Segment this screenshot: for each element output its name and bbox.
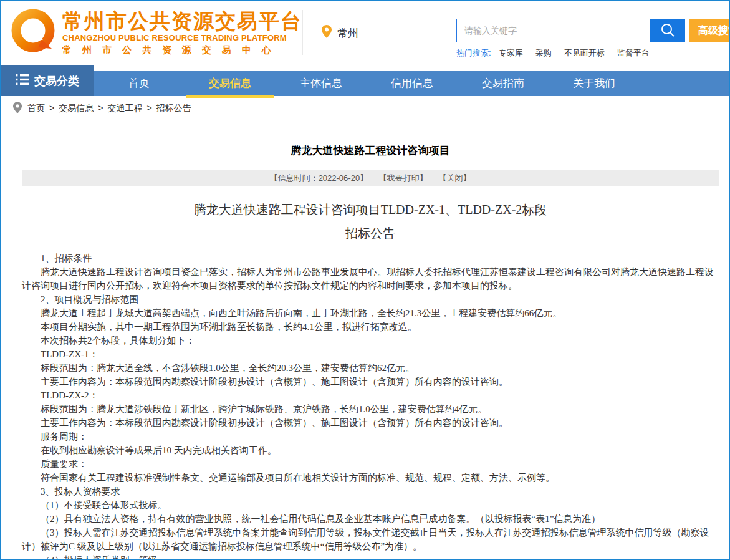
main-nav: 首页交易信息主体信息信用信息交易指南关于我们 (1, 71, 729, 96)
list-icon (16, 74, 29, 88)
hot-search-label: 热门搜索: (456, 47, 491, 59)
nav-item[interactable]: 首页 (94, 71, 185, 96)
article-paragraph: （3）投标人需在江苏交通招投标信息管理系统中备案并能查询到信用等级，投标文件递交… (22, 526, 719, 553)
city-label: 常州 (337, 26, 358, 41)
breadcrumb-item: 招标公告 (156, 103, 191, 113)
hot-search-links: 专家库采购不见面开标监督平台 (499, 47, 662, 59)
close-link[interactable]: 【关闭】 (438, 173, 471, 183)
hot-search-row: 热门搜索: 专家库采购不见面开标监督平台 (456, 47, 730, 59)
article-paragraph: （4）投标人资质类别、等级 (22, 553, 719, 560)
search-icon (660, 22, 675, 39)
article-meta-bar: 【信息时间：2022-06-20】 【我要打印】 【关闭】 (22, 170, 719, 186)
article-paragraph: 3、投标人资格要求 (22, 485, 719, 498)
article-paragraph: （1）不接受联合体形式投标。 (22, 498, 719, 512)
page: 常州市公共资源交易平台 CHANGZHOU PUBLIC RESOURCE TR… (0, 0, 730, 560)
active-tab-underline (186, 95, 274, 98)
search-block: 高级搜索 热门搜索: 专家库采购不见面开标监督平台 (456, 19, 730, 59)
nav-item[interactable]: 主体信息 (276, 71, 367, 96)
article-paragraph: 腾龙大道快速路工程设计咨询项目资金已落实，招标人为常州市公路事业发展中心。现招标… (22, 265, 719, 292)
article-paragraph: 本次招标共2个标段，具体划分如下： (22, 334, 719, 347)
city-selector[interactable]: 常州 (322, 25, 358, 41)
hot-search-link[interactable]: 不见面开标 (564, 48, 605, 57)
site-logo[interactable]: 常州市公共资源交易平台 CHANGZHOU PUBLIC RESOURCE TR… (9, 7, 302, 59)
hot-search-link[interactable]: 监督平台 (617, 48, 650, 57)
article-paragraph: 服务周期： (22, 430, 719, 443)
nav-item[interactable]: 交易信息 (185, 71, 276, 96)
article-paragraph: TLDD-ZX-2： (22, 389, 719, 402)
article-paragraph: 主要工作内容为：本标段范围内勘察设计阶段初步设计（含概算）、施工图设计（含预算）… (22, 375, 719, 389)
nav-item[interactable]: 信用信息 (367, 71, 458, 96)
breadcrumb: 首页>交易信息>交通工程>招标公告 (1, 96, 729, 121)
info-time: 【信息时间：2022-06-20】 (270, 173, 368, 183)
article-paragraph: （2）具有独立法人资格，持有有效的营业执照，统一社会信用代码信息及企业基本账户信… (22, 512, 719, 526)
breadcrumb-pin-icon (13, 102, 27, 115)
article: 腾龙大道快速路工程设计咨询项目 【信息时间：2022-06-20】 【我要打印】… (1, 143, 729, 560)
search-input[interactable] (456, 19, 650, 42)
print-link[interactable]: 【我要打印】 (379, 173, 428, 183)
article-paragraph: 1、招标条件 (22, 251, 719, 265)
header-divider (302, 10, 303, 55)
logo-title: 常州市公共资源交易平台 (62, 10, 302, 32)
logo-icon (9, 7, 57, 59)
article-body: 1、招标条件腾龙大道快速路工程设计咨询项目资金已落实，招标人为常州市公路事业发展… (22, 251, 719, 560)
location-pin-icon (322, 25, 332, 41)
trade-category-label: 交易分类 (34, 74, 79, 89)
page-title: 腾龙大道快速路工程设计咨询项目 (22, 143, 719, 158)
article-paragraph: 符合国家有关工程建设标准强制性条文、交通运输部及项目所在地相关设计方面的标准、规… (22, 471, 719, 485)
site-header: 常州市公共资源交易平台 CHANGZHOU PUBLIC RESOURCE TR… (1, 1, 729, 64)
document-title-line1: 腾龙大道快速路工程设计咨询项目TLDD-ZX-1、TLDD-ZX-2标段 (22, 201, 719, 218)
article-paragraph: 标段范围为：腾龙大道涉铁段位于新北区，跨沪宁城际铁路、京沪铁路，长约1.0公里，… (22, 402, 719, 416)
article-paragraph: 标段范围为：腾龙大道全线，不含涉铁段1.0公里，全长约20.3公里，建安费估算约… (22, 361, 719, 375)
breadcrumb-separator: > (146, 103, 151, 113)
article-paragraph: 腾龙大道工程起于龙城大道高架西端点，向西至叶汤路后折向南，止于环湖北路，全长约2… (22, 306, 719, 320)
nav-item[interactable]: 交易指南 (458, 71, 549, 96)
nav-wrapper: 首页交易信息主体信息信用信息交易指南关于我们 交易分类 (1, 65, 729, 96)
logo-subtitle-en: CHANGZHOU PUBLIC RESOURCE TRADING PLATFO… (62, 33, 302, 42)
hot-search-link[interactable]: 采购 (535, 48, 552, 57)
breadcrumb-items: 首页>交易信息>交通工程>招标公告 (27, 103, 191, 114)
document-title-line2: 招标公告 (22, 225, 719, 242)
breadcrumb-item[interactable]: 交易信息 (59, 103, 94, 113)
article-paragraph: 主要工作内容为：本标段范围内勘察设计阶段初步设计（含概算）、施工图设计（含预算）… (22, 416, 719, 430)
logo-text: 常州市公共资源交易平台 CHANGZHOU PUBLIC RESOURCE TR… (62, 10, 302, 56)
breadcrumb-item[interactable]: 首页 (27, 103, 45, 113)
article-paragraph: TLDD-ZX-1： (22, 347, 719, 361)
breadcrumb-item[interactable]: 交通工程 (107, 103, 142, 113)
article-paragraph: 在收到相应勘察设计等成果后10 天内完成相关咨询工作。 (22, 443, 719, 457)
article-paragraph: 质量要求： (22, 457, 719, 471)
trade-category-button[interactable]: 交易分类 (1, 65, 94, 96)
breadcrumb-separator: > (98, 103, 103, 113)
advanced-search-button[interactable]: 高级搜索 (689, 19, 730, 42)
search-button[interactable] (650, 19, 685, 42)
logo-subtitle-cn: 常州市公共资源交易中心 (62, 44, 302, 56)
article-paragraph: 2、项目概况与招标范围 (22, 292, 719, 306)
nav-item[interactable]: 关于我们 (549, 71, 640, 96)
nav-items: 首页交易信息主体信息信用信息交易指南关于我们 (94, 71, 640, 96)
article-paragraph: 本项目分期实施，其中一期工程范围为环湖北路至长扬路，长约4.1公里，拟进行拓宽改… (22, 320, 719, 334)
hot-search-link[interactable]: 专家库 (499, 48, 523, 57)
breadcrumb-separator: > (49, 103, 54, 113)
